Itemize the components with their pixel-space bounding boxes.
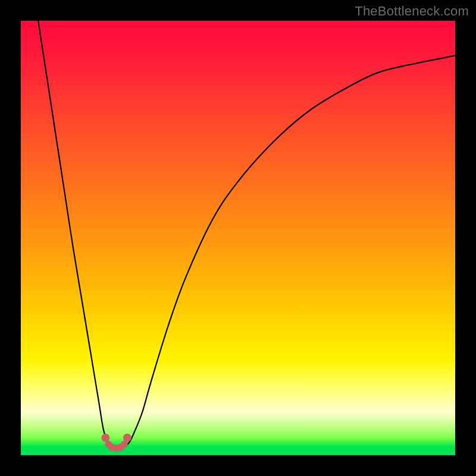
trough-marker bbox=[101, 434, 109, 442]
plot-area bbox=[21, 21, 455, 455]
chart-frame: TheBottleneck.com bbox=[0, 0, 476, 476]
right-curve bbox=[125, 55, 455, 446]
watermark-text: TheBottleneck.com bbox=[355, 4, 469, 19]
trough-markers bbox=[101, 434, 131, 452]
left-curve bbox=[38, 21, 112, 446]
curve-layer bbox=[21, 21, 455, 455]
trough-marker bbox=[123, 434, 131, 442]
